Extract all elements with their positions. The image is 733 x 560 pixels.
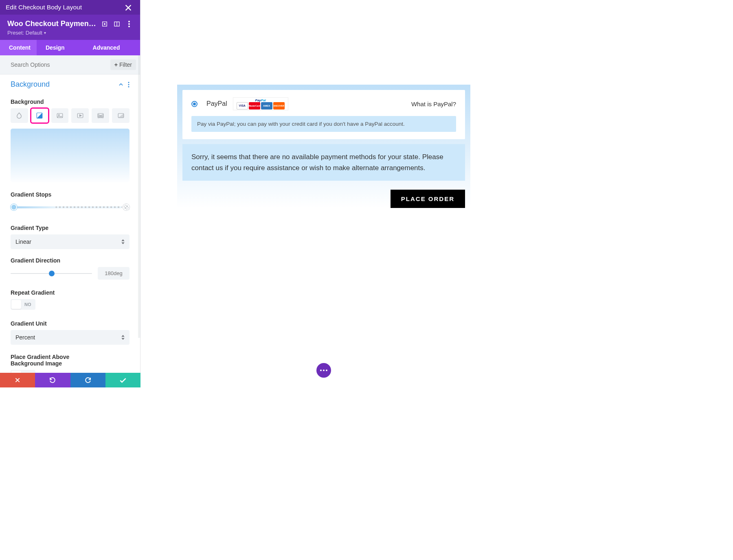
payment-method-paypal: PayPal PayPal VISA MasterCard AMEX DISCO… [182, 90, 465, 139]
checkout-module: PayPal PayPal VISA MasterCard AMEX DISCO… [177, 85, 470, 208]
paypal-description: Pay via PayPal; you can pay with your cr… [191, 116, 456, 132]
bg-tab-video[interactable] [71, 108, 89, 123]
header-top-bar: Edit Checkout Body Layout [0, 0, 140, 15]
label-gradient-direction: Gradient Direction [11, 257, 129, 264]
split-view-icon[interactable] [113, 20, 121, 28]
bg-tab-gradient[interactable] [31, 108, 48, 123]
preset-label: Preset: Default [7, 30, 42, 36]
action-bar [0, 373, 140, 387]
gradient-type-select[interactable]: Linear [11, 234, 129, 249]
label-gradient-stops: Gradient Stops [11, 191, 129, 198]
close-button[interactable] [124, 3, 133, 12]
module-title: Woo Checkout Payment Se... [7, 20, 96, 28]
modal-title: Edit Checkout Body Layout [6, 4, 82, 11]
label-gradient-type: Gradient Type [11, 225, 129, 231]
repeat-gradient-toggle[interactable]: NO [11, 299, 35, 310]
settings-tabs: Content Design Advanced [0, 40, 140, 55]
tab-design[interactable]: Design [37, 40, 72, 55]
search-row: + Filter [0, 55, 140, 74]
filter-button[interactable]: + Filter [110, 59, 136, 70]
bg-tab-pattern[interactable] [92, 108, 109, 123]
expand-icon[interactable] [101, 20, 108, 28]
section-more-icon[interactable] [128, 82, 129, 88]
filter-label: Filter [119, 61, 132, 68]
svg-point-5 [128, 23, 130, 25]
bg-tab-color[interactable] [11, 108, 28, 123]
svg-point-4 [128, 21, 130, 22]
label-place-above: Place Gradient Above Background Image [11, 354, 129, 367]
preview-canvas: PayPal PayPal VISA MasterCard AMEX DISCO… [140, 0, 507, 387]
paypal-label: PayPal [206, 100, 227, 107]
background-type-tabs [11, 108, 129, 123]
gradient-unit-select[interactable]: Percent [11, 330, 129, 345]
cancel-button[interactable] [0, 373, 35, 387]
gradient-stops-slider[interactable] [11, 201, 129, 213]
svg-point-11 [128, 86, 129, 87]
more-icon[interactable] [125, 20, 133, 28]
gradient-direction-slider[interactable] [11, 267, 129, 280]
tab-content[interactable]: Content [0, 40, 37, 55]
section-header-background[interactable]: Background [0, 74, 140, 93]
bg-tab-image[interactable] [51, 108, 69, 123]
label-background: Background [11, 98, 129, 105]
redo-button[interactable] [70, 373, 105, 387]
gradient-type-value[interactable]: Linear [11, 234, 129, 249]
gradient-direction-input[interactable] [98, 267, 129, 280]
svg-point-9 [128, 82, 129, 83]
gradient-preview [11, 129, 129, 182]
settings-sidebar: Edit Checkout Body Layout Woo Checkout P… [0, 0, 140, 387]
plus-icon: + [114, 61, 118, 68]
svg-point-10 [128, 84, 129, 85]
what-is-paypal-link[interactable]: What is PayPal? [411, 101, 456, 107]
bg-tab-mask[interactable] [112, 108, 129, 123]
gradient-unit-value[interactable]: Percent [11, 330, 129, 345]
caret-down-icon: ▾ [44, 31, 46, 35]
save-button[interactable] [105, 373, 140, 387]
gradient-stop-start[interactable] [11, 204, 17, 210]
section-title: Background [11, 80, 50, 89]
place-order-button[interactable]: PLACE ORDER [391, 190, 465, 208]
toggle-knob [11, 300, 21, 309]
gradient-stop-end[interactable] [123, 204, 129, 210]
label-gradient-unit: Gradient Unit [11, 320, 129, 327]
paypal-radio[interactable] [191, 101, 198, 107]
svg-point-6 [128, 26, 130, 27]
svg-point-14 [59, 114, 59, 115]
search-input[interactable] [11, 61, 110, 68]
page-settings-fab[interactable] [316, 363, 331, 378]
sidebar-header: Edit Checkout Body Layout Woo Checkout P… [0, 0, 140, 55]
no-payment-methods-notice: Sorry, it seems that there are no availa… [182, 144, 465, 181]
settings-panel: Background Background [0, 74, 140, 387]
label-repeat-gradient: Repeat Gradient [11, 289, 129, 296]
paypal-cc-logos: PayPal VISA MasterCard AMEX DISCOVER [233, 97, 288, 110]
undo-button[interactable] [35, 373, 70, 387]
direction-handle[interactable] [49, 271, 55, 276]
collapse-icon[interactable] [118, 82, 124, 88]
preset-selector[interactable]: Preset: Default ▾ [0, 28, 140, 40]
tab-advanced[interactable]: Advanced [72, 40, 140, 55]
svg-point-1 [104, 23, 105, 24]
toggle-label: NO [21, 302, 35, 307]
